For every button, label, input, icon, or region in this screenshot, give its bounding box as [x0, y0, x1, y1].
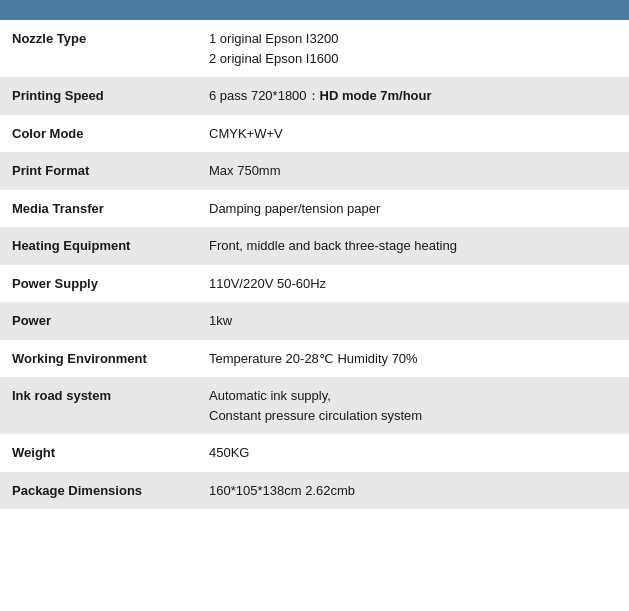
table-row: Print FormatMax 750mm	[0, 152, 629, 190]
row-value-working-environment: Temperature 20-28℃ Humidity 70%	[197, 340, 629, 378]
row-value-media-transfer: Damping paper/tension paper	[197, 190, 629, 228]
row-value-ink-road-system: Automatic ink supply,Constant pressure c…	[197, 377, 629, 434]
table-row: Ink road systemAutomatic ink supply,Cons…	[0, 377, 629, 434]
row-label-working-environment: Working Environment	[0, 340, 197, 378]
table-row: Heating EquipmentFront, middle and back …	[0, 227, 629, 265]
row-label-heating-equipment: Heating Equipment	[0, 227, 197, 265]
row-label-package-dimensions: Package Dimensions	[0, 472, 197, 510]
row-value-color-mode: CMYK+W+V	[197, 115, 629, 153]
row-value-printing-speed: 6 pass 720*1800：HD mode 7m/hour	[197, 77, 629, 115]
row-label-weight: Weight	[0, 434, 197, 472]
table-row: Package Dimensions160*105*138cm 2.62cmb	[0, 472, 629, 510]
value-bold: HD mode 7m/hour	[320, 88, 432, 103]
spec-table: Nozzle Type1 original Epson I32002 origi…	[0, 20, 629, 509]
row-label-color-mode: Color Mode	[0, 115, 197, 153]
table-header	[0, 0, 629, 20]
table-row: Color ModeCMYK+W+V	[0, 115, 629, 153]
table-row: Printing Speed6 pass 720*1800：HD mode 7m…	[0, 77, 629, 115]
row-value-nozzle-type: 1 original Epson I32002 original Epson I…	[197, 20, 629, 77]
row-label-power-supply: Power Supply	[0, 265, 197, 303]
row-label-media-transfer: Media Transfer	[0, 190, 197, 228]
table-row: Power Supply110V/220V 50-60Hz	[0, 265, 629, 303]
table-row: Power1kw	[0, 302, 629, 340]
table-row: Media TransferDamping paper/tension pape…	[0, 190, 629, 228]
row-label-ink-road-system: Ink road system	[0, 377, 197, 434]
value-prefix: 6 pass 720*1800：	[209, 88, 320, 103]
row-value-power-supply: 110V/220V 50-60Hz	[197, 265, 629, 303]
spec-table-container: Nozzle Type1 original Epson I32002 origi…	[0, 0, 629, 509]
row-value-heating-equipment: Front, middle and back three-stage heati…	[197, 227, 629, 265]
row-label-printing-speed: Printing Speed	[0, 77, 197, 115]
row-label-power: Power	[0, 302, 197, 340]
table-row: Working EnvironmentTemperature 20-28℃ Hu…	[0, 340, 629, 378]
table-row: Nozzle Type1 original Epson I32002 origi…	[0, 20, 629, 77]
row-value-print-format: Max 750mm	[197, 152, 629, 190]
row-value-weight: 450KG	[197, 434, 629, 472]
row-value-package-dimensions: 160*105*138cm 2.62cmb	[197, 472, 629, 510]
row-value-power: 1kw	[197, 302, 629, 340]
row-label-print-format: Print Format	[0, 152, 197, 190]
table-row: Weight450KG	[0, 434, 629, 472]
row-label-nozzle-type: Nozzle Type	[0, 20, 197, 77]
